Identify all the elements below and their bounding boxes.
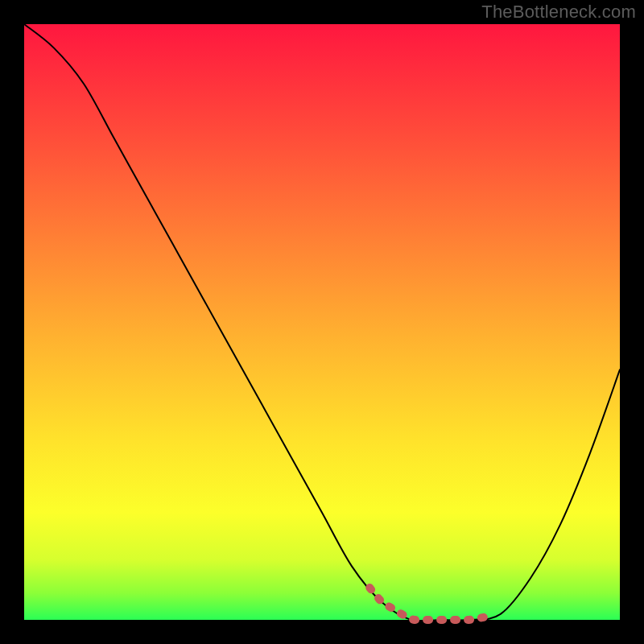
bottleneck-curve-chart xyxy=(0,0,644,644)
chart-stage: TheBottleneck.com xyxy=(0,0,644,644)
plot-gradient-background xyxy=(24,24,620,620)
watermark-text: TheBottleneck.com xyxy=(481,2,636,23)
